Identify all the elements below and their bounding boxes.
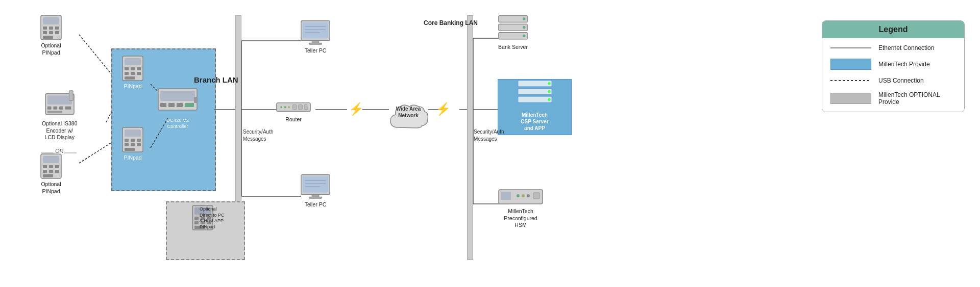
- csp-server-icon: [514, 80, 555, 111]
- router-label: Router: [285, 116, 302, 123]
- zap-right-icon: ⚡: [435, 102, 451, 116]
- dc420-icon: [157, 88, 198, 116]
- svg-rect-58: [125, 76, 135, 80]
- optional-pinpad-bottom-label: OptionalPINpad: [41, 181, 61, 195]
- svg-rect-47: [49, 170, 53, 173]
- pinpad-bottom-icon: [40, 153, 62, 179]
- svg-rect-109: [501, 192, 511, 200]
- svg-rect-90: [303, 176, 328, 193]
- svg-rect-63: [177, 103, 183, 107]
- svg-rect-80: [312, 40, 319, 43]
- svg-rect-43: [43, 165, 47, 168]
- svg-rect-86: [293, 105, 297, 109]
- svg-rect-95: [309, 197, 322, 198]
- svg-point-97: [523, 17, 526, 20]
- svg-point-107: [548, 98, 550, 101]
- svg-point-85: [288, 106, 290, 108]
- legend-blue-label: MillenTech Provide: [878, 61, 930, 68]
- dc420-controller: DC420 V2Controller: [157, 88, 198, 130]
- svg-rect-62: [168, 103, 175, 107]
- teller-pc-top-icon: [300, 19, 331, 46]
- svg-rect-25: [43, 17, 59, 24]
- is380-icon: [44, 89, 75, 119]
- svg-rect-71: [125, 143, 129, 146]
- svg-rect-48: [55, 170, 59, 173]
- svg-point-99: [523, 26, 526, 29]
- svg-rect-88: [304, 105, 308, 109]
- legend-usb-label: USB Connection: [878, 77, 924, 84]
- wan-label: Wide AreaNetwork: [390, 106, 427, 119]
- pinpad-inside-middle-icon: [121, 126, 144, 153]
- legend-eth-label: Ethernet Connection: [878, 44, 934, 51]
- svg-rect-31: [55, 31, 59, 34]
- svg-rect-73: [137, 143, 141, 146]
- hsm-icon: [498, 189, 544, 206]
- svg-rect-60: [160, 91, 195, 101]
- svg-rect-44: [49, 165, 53, 168]
- legend-body: Ethernet Connection MillenTech Provide U…: [822, 38, 964, 112]
- svg-rect-57: [137, 72, 141, 75]
- wan-cloud: Wide AreaNetwork: [388, 99, 429, 137]
- pinpad-inside-top-label: PINpad: [124, 83, 141, 90]
- zap-left-icon: ⚡: [349, 102, 364, 116]
- svg-rect-94: [312, 194, 319, 197]
- direct-to-pc-box: OptionalDirect to PC& Host APPPINpad: [166, 201, 245, 260]
- legend-optional-label: MillenTech OPTIONAL Provide: [878, 91, 956, 106]
- is380-encoder: Optional IS380Encoder w/LCD Display: [42, 89, 77, 141]
- bank-server-label: Bank Server: [498, 44, 528, 51]
- svg-rect-34: [47, 96, 72, 105]
- svg-rect-52: [125, 67, 129, 70]
- svg-rect-49: [43, 174, 53, 177]
- router: Router: [276, 100, 311, 123]
- teller-pc-top: Teller PC: [300, 19, 331, 55]
- legend-header: Legend: [822, 21, 964, 38]
- legend-item-usb: USB Connection: [830, 77, 956, 84]
- bank-server: Bank Server: [498, 14, 528, 51]
- svg-rect-104: [518, 88, 551, 94]
- svg-rect-32: [43, 36, 53, 39]
- svg-rect-37: [59, 107, 63, 110]
- optional-pinpad-top-label: OptionalPINpad: [41, 42, 61, 56]
- svg-rect-38: [65, 107, 71, 110]
- svg-rect-81: [309, 43, 322, 44]
- legend-box: Legend Ethernet Connection MillenTech Pr…: [822, 20, 965, 112]
- svg-rect-28: [55, 27, 59, 30]
- is380-label: Optional IS380Encoder w/LCD Display: [42, 120, 77, 141]
- svg-rect-76: [303, 22, 328, 39]
- core-lan-bar: [467, 15, 473, 260]
- svg-rect-53: [131, 67, 135, 70]
- svg-point-112: [527, 194, 530, 197]
- svg-rect-64: [185, 103, 194, 107]
- hsm-label: MillenTechPreconfiguredHSM: [504, 208, 537, 229]
- legend-item-blue: MillenTech Provide: [830, 59, 956, 70]
- svg-point-105: [548, 90, 550, 93]
- svg-rect-67: [125, 129, 141, 137]
- optional-pinpad-top: OptionalPINpad: [40, 14, 62, 56]
- svg-rect-74: [125, 148, 135, 151]
- pinpad-inside-top: PINpad: [121, 55, 144, 90]
- pinpad-top-icon: [40, 14, 62, 41]
- diagram-container: Branch LAN Core Banking LAN: [0, 0, 980, 287]
- svg-rect-35: [47, 107, 52, 110]
- svg-rect-30: [49, 31, 53, 34]
- teller-pc-bottom-label: Teller PC: [305, 201, 327, 208]
- svg-rect-113: [533, 193, 540, 199]
- core-banking-lan-label: Core Banking LAN: [424, 19, 478, 27]
- svg-rect-56: [131, 72, 135, 75]
- svg-rect-29: [43, 31, 47, 34]
- router-icon: [276, 100, 311, 115]
- svg-line-2: [106, 112, 111, 122]
- svg-line-0: [79, 35, 111, 74]
- svg-point-84: [284, 106, 286, 108]
- svg-point-110: [517, 194, 520, 197]
- svg-rect-54: [137, 67, 141, 70]
- csp-server-box: MillenTechCSP Serverand APP: [498, 79, 572, 135]
- svg-rect-102: [518, 81, 551, 87]
- hsm-device: MillenTechPreconfiguredHSM: [498, 189, 544, 229]
- svg-rect-27: [49, 27, 53, 30]
- svg-rect-65: [194, 97, 197, 103]
- svg-point-103: [548, 82, 550, 85]
- svg-rect-40: [69, 91, 73, 100]
- pinpad-inside-middle: PINpad: [121, 126, 144, 162]
- dots-icon: [830, 80, 871, 81]
